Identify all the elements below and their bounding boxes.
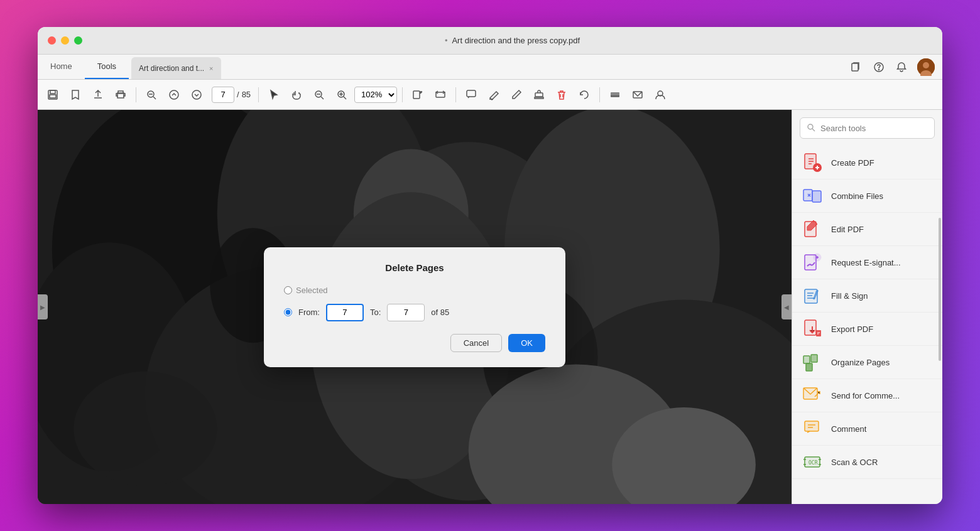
share-icon[interactable] [849, 60, 863, 74]
from-radio-label[interactable] [284, 308, 292, 316]
svg-line-11 [153, 97, 156, 99]
of-label-text: of 85 [431, 308, 449, 317]
undo-button[interactable] [574, 85, 594, 105]
main-area: ▶ ◀ Delete Pages Selected [38, 110, 942, 504]
navbar-right [849, 55, 942, 79]
close-tab-button[interactable]: × [209, 65, 213, 72]
delete-tool-button[interactable] [552, 85, 572, 105]
save-button[interactable] [43, 85, 63, 105]
sidebar-scrollbar[interactable] [939, 218, 941, 361]
selected-radio-label[interactable]: Selected [284, 286, 328, 295]
fit-page-button[interactable] [408, 85, 428, 105]
doc-tab-label: Art direction and t... [139, 64, 204, 73]
toolbar: / 85 [38, 80, 942, 110]
titlebar: • Art direction and the press copy.pdf [38, 27, 942, 55]
sidebar-item-send-comment[interactable]: Send for Comme... [792, 379, 942, 412]
navigate-down-button[interactable] [187, 85, 207, 105]
svg-point-4 [923, 62, 929, 68]
sidebar-item-scan-ocr[interactable]: OCR Scan & OCR [792, 446, 942, 479]
comment-tool-button[interactable] [461, 85, 481, 105]
user-tool-button[interactable] [650, 85, 670, 105]
page-separator: / [237, 90, 239, 99]
zoom-out-button[interactable] [141, 85, 161, 105]
print-button[interactable] [111, 85, 131, 105]
redact-button[interactable] [605, 85, 625, 105]
svg-rect-30 [611, 92, 619, 97]
modal-overlay: Delete Pages Selected [38, 110, 792, 504]
sidebar-tools-list: Create PDF Co [792, 146, 942, 504]
user-avatar[interactable] [917, 58, 935, 76]
help-icon[interactable] [872, 60, 886, 74]
window-title-text: Art direction and the press copy.pdf [452, 36, 580, 45]
selected-radio[interactable] [284, 286, 292, 294]
close-button[interactable] [48, 36, 56, 45]
edit-pdf-label: Edit PDF [831, 225, 864, 234]
zoom-selector[interactable]: 102% 75% 100% 125% 150% [354, 87, 397, 103]
svg-point-2 [879, 69, 879, 70]
comment-icon [802, 419, 822, 439]
ok-button[interactable]: OK [508, 334, 545, 352]
zoom-minus-button[interactable] [309, 85, 329, 105]
selected-label-text: Selected [296, 286, 328, 295]
comment-label: Comment [831, 424, 866, 434]
sidebar-item-request-esign[interactable]: Request E-signat... [792, 246, 942, 279]
svg-point-13 [170, 90, 178, 99]
minimize-button[interactable] [61, 36, 69, 45]
sidebar-item-comment[interactable]: Comment [792, 412, 942, 446]
scan-ocr-label: Scan & OCR [831, 458, 878, 467]
search-input[interactable] [820, 124, 928, 133]
page-total: 85 [242, 90, 251, 99]
dialog-buttons: Cancel OK [284, 334, 545, 352]
from-page-input[interactable] [326, 304, 364, 321]
notifications-icon[interactable] [895, 60, 908, 74]
sidebar-item-organize-pages[interactable]: Organize Pages [792, 346, 942, 379]
cursor-tool-button[interactable] [264, 85, 284, 105]
cancel-button[interactable]: Cancel [450, 334, 502, 352]
hand-tool-button[interactable] [286, 85, 307, 105]
sidebar-item-create-pdf[interactable]: Create PDF [792, 146, 942, 180]
create-pdf-label: Create PDF [831, 158, 874, 168]
bookmark-button[interactable] [65, 85, 85, 105]
send-button[interactable] [628, 85, 648, 105]
sidebar-item-combine-files[interactable]: Combine Files [792, 180, 942, 213]
tools-tab[interactable]: Tools [85, 55, 129, 79]
zoom-plus-button[interactable] [332, 85, 352, 105]
maximize-button[interactable] [74, 36, 82, 45]
highlight-tool-button[interactable] [484, 85, 504, 105]
home-tab[interactable]: Home [38, 55, 85, 79]
page-number-input[interactable] [212, 87, 234, 103]
to-label-text: To: [370, 308, 381, 317]
pen-tool-button[interactable] [506, 85, 526, 105]
combine-files-label: Combine Files [831, 191, 883, 201]
sidebar-search-box[interactable] [800, 117, 935, 139]
document-tab[interactable]: Art direction and t... × [131, 57, 221, 79]
delete-pages-dialog: Delete Pages Selected [264, 247, 565, 367]
send-comment-label: Send for Comme... [831, 391, 900, 400]
svg-rect-72 [806, 363, 812, 371]
svg-rect-22 [413, 91, 420, 99]
svg-line-50 [812, 129, 815, 131]
search-icon [807, 123, 815, 134]
sidebar-item-fill-sign[interactable]: Fill & Sign [792, 279, 942, 313]
organize-pages-icon [802, 352, 822, 372]
export-pdf-label: Export PDF [831, 324, 873, 334]
navigate-up-button[interactable] [164, 85, 184, 105]
stamp-tool-button[interactable] [529, 85, 549, 105]
to-page-input[interactable] [387, 304, 425, 321]
sidebar-item-export-pdf[interactable]: Export PDF [792, 313, 942, 346]
fill-sign-icon [802, 286, 822, 306]
fit-width-button[interactable] [430, 85, 450, 105]
svg-rect-56 [812, 191, 821, 202]
upload-button[interactable] [88, 85, 108, 105]
svg-rect-7 [50, 90, 55, 94]
send-comment-icon [802, 385, 822, 405]
from-to-row: From: To: of 85 [284, 304, 545, 321]
title-dot: • [445, 36, 448, 45]
sidebar-tools-list-wrapper: Create PDF Co [792, 146, 942, 504]
pdf-viewer[interactable]: ▶ ◀ Delete Pages Selected [38, 110, 792, 504]
traffic-lights [48, 36, 82, 45]
from-radio[interactable] [284, 308, 292, 316]
edit-pdf-icon [802, 219, 822, 239]
sidebar-item-edit-pdf[interactable]: Edit PDF [792, 213, 942, 246]
combine-files-icon [802, 186, 822, 206]
